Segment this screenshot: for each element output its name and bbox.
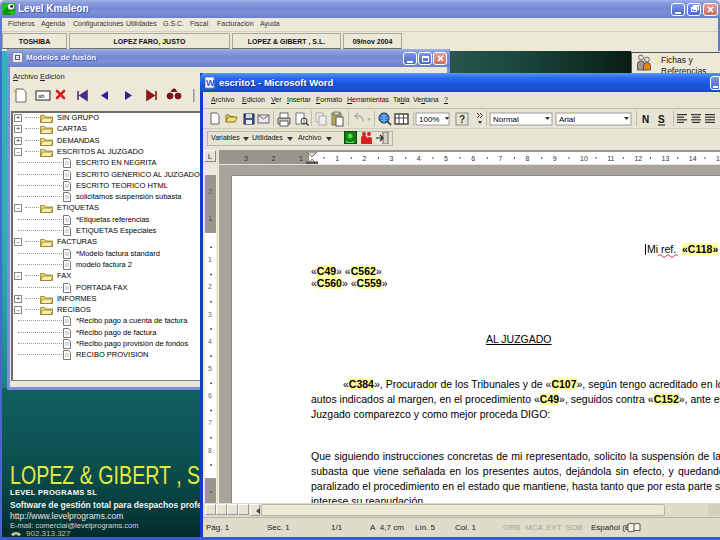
svg-text:2: 2: [362, 155, 366, 162]
svg-text:1: 1: [335, 155, 339, 162]
svg-text:W: W: [206, 78, 215, 88]
svg-text:1: 1: [299, 155, 303, 162]
svg-text:4: 4: [417, 155, 421, 162]
svg-text:6: 6: [471, 155, 475, 162]
svg-text:3: 3: [244, 155, 248, 162]
svg-text:10: 10: [580, 155, 588, 162]
svg-text:N: N: [642, 114, 649, 125]
svg-text:5: 5: [444, 155, 448, 162]
svg-text:14: 14: [689, 155, 697, 162]
svg-text:100%: 100%: [419, 115, 439, 124]
svg-text:2: 2: [272, 155, 276, 162]
svg-text:12: 12: [634, 155, 642, 162]
svg-text:13: 13: [662, 155, 670, 162]
svg-text:8: 8: [526, 155, 530, 162]
svg-text:S: S: [658, 114, 665, 125]
svg-text:9: 9: [553, 155, 557, 162]
svg-text:Arial: Arial: [559, 115, 575, 124]
svg-text:3: 3: [390, 155, 394, 162]
svg-text:Normal: Normal: [493, 115, 519, 124]
svg-text:15: 15: [716, 155, 720, 162]
svg-text:7: 7: [498, 155, 502, 162]
svg-text:11: 11: [607, 155, 614, 162]
svg-text:?: ?: [459, 114, 465, 125]
